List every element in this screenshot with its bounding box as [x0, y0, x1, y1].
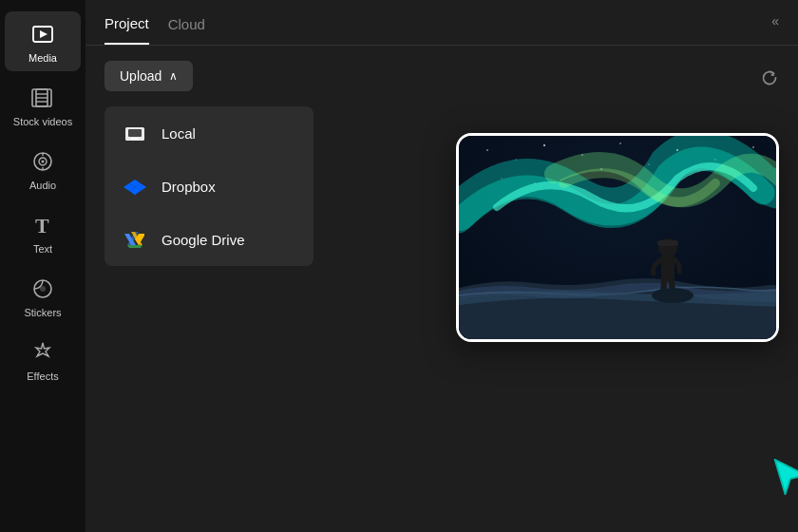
sidebar-item-text[interactable]: T Text: [5, 202, 81, 262]
media-icon: [29, 21, 56, 48]
upload-dropdown: Local Dropbox Google Drive: [104, 106, 314, 266]
text-icon: T: [29, 212, 56, 238]
upload-button[interactable]: Upload ∧: [104, 61, 193, 91]
effects-icon: [29, 339, 56, 366]
sidebar-item-text-label: Text: [33, 243, 52, 255]
sidebar-item-stock-videos[interactable]: Stock videos: [5, 75, 81, 135]
svg-point-39: [652, 288, 694, 303]
sidebar-item-effects[interactable]: Effects: [5, 330, 81, 390]
dropbox-icon: [124, 175, 146, 198]
svg-text:T: T: [35, 214, 49, 238]
local-icon: [124, 122, 146, 144]
sidebar-item-media[interactable]: Media: [5, 11, 81, 71]
svg-point-27: [619, 142, 621, 144]
sidebar-item-media-label: Media: [28, 52, 57, 64]
svg-rect-17: [131, 138, 139, 140]
svg-point-23: [486, 149, 488, 151]
sidebar-item-audio[interactable]: Audio: [5, 139, 81, 199]
dropdown-item-local[interactable]: Local: [104, 106, 314, 160]
collapse-button[interactable]: «: [771, 13, 779, 28]
svg-rect-16: [128, 129, 142, 137]
sidebar: Media Stock videos Audio T Text: [0, 0, 86, 532]
dropdown-local-label: Local: [162, 125, 196, 142]
stickers-icon: [29, 276, 56, 302]
tabs-bar: Project Cloud «: [86, 0, 798, 46]
refresh-button[interactable]: [760, 68, 779, 92]
sidebar-item-audio-label: Audio: [29, 180, 56, 191]
svg-point-18: [134, 193, 136, 195]
tab-cloud[interactable]: Cloud: [168, 16, 205, 44]
audio-icon: [29, 148, 56, 175]
upload-caret: ∧: [169, 69, 178, 83]
sidebar-item-stock-videos-label: Stock videos: [13, 116, 72, 127]
google-drive-icon: [124, 228, 146, 251]
sidebar-item-stickers-label: Stickers: [24, 307, 61, 318]
main-panel: Project Cloud « Upload ∧ Local: [86, 0, 798, 532]
upload-area: Upload ∧: [86, 46, 798, 106]
svg-point-9: [42, 161, 45, 163]
svg-point-31: [752, 146, 754, 148]
svg-point-25: [543, 144, 545, 146]
sidebar-item-effects-label: Effects: [27, 370, 58, 382]
stock-videos-icon: [29, 85, 56, 111]
dropdown-dropbox-label: Dropbox: [162, 179, 216, 195]
svg-point-14: [40, 286, 46, 292]
dropdown-item-google-drive[interactable]: Google Drive: [104, 213, 314, 266]
svg-marker-1: [40, 30, 48, 38]
svg-rect-38: [657, 240, 678, 246]
preview-image: [456, 133, 779, 342]
sidebar-item-stickers[interactable]: Stickers: [5, 266, 81, 326]
dropdown-item-dropbox[interactable]: Dropbox: [104, 160, 314, 213]
dropdown-google-drive-label: Google Drive: [162, 232, 245, 248]
tab-project[interactable]: Project: [104, 15, 149, 45]
svg-marker-21: [127, 245, 142, 248]
upload-label: Upload: [120, 68, 162, 84]
